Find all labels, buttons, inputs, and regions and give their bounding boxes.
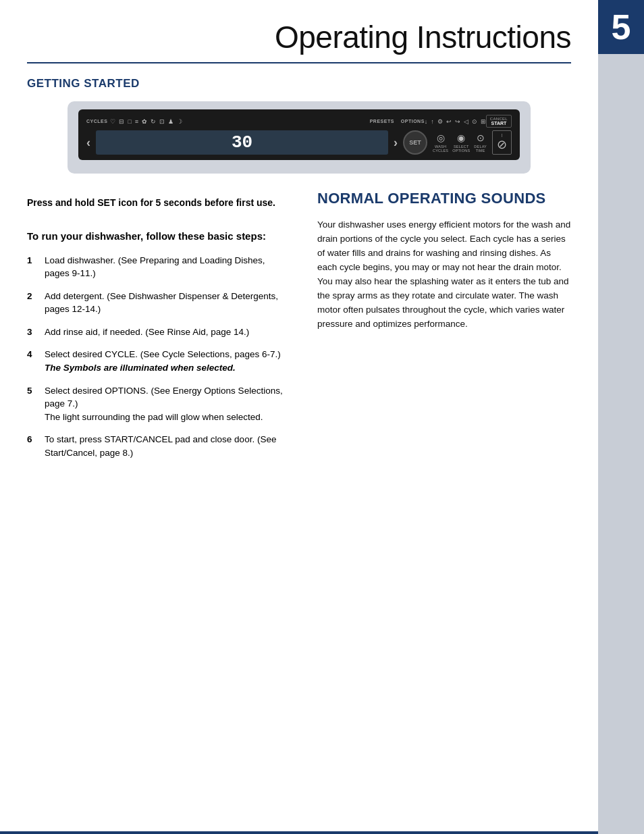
step-text-2: Add detergent. (See Dishwasher Dispenser…: [45, 290, 290, 316]
cycle-icon-4: ≡: [135, 118, 138, 125]
control-panel-top-row: CYCLES ♡ ⊟ □ ≡ ✿ ↻ ⊡ ♟ ☽ PRESETS OPTIONS: [86, 115, 512, 128]
presets-options: PRESETS OPTIONS: [370, 119, 425, 124]
cycle-icon-1: ♡: [110, 118, 115, 125]
presets-label: PRESETS: [370, 119, 394, 124]
opt-icon-7: ⊙: [472, 118, 477, 125]
step-item-2: 2 Add detergent. (See Dishwasher Dispens…: [27, 290, 290, 316]
cycle-icon-9: ☽: [177, 118, 182, 125]
step-text-6: To start, press START/CANCEL pad and clo…: [45, 433, 290, 459]
title-area: Operating Instructions: [27, 0, 571, 63]
step-num-2: 2: [27, 290, 36, 316]
wash-cycles-label: WASHCYCLES: [433, 145, 448, 153]
follow-steps-heading: To run your dishwasher, follow these bas…: [27, 229, 290, 243]
normal-sounds-text: Your dishwasher uses energy efficient mo…: [317, 218, 571, 331]
section-heading: GETTING STARTED: [27, 77, 571, 90]
right-arrow-icon: ›: [394, 136, 398, 150]
display-number: 30: [232, 132, 252, 153]
opt-icon-6: ◁: [464, 118, 468, 125]
step-item-4: 4 Select desired CYCLE. (See Cycle Selec…: [27, 348, 290, 374]
right-column: NORMAL OPERATING SOUNDS Your dishwasher …: [317, 190, 571, 469]
opt-icon-4: ↩: [446, 118, 452, 125]
step-item-5: 5 Select desired OPTIONS. (See Energy Op…: [27, 384, 290, 424]
step-item-1: 1 Load dishwasher. (See Preparing and Lo…: [27, 254, 290, 280]
step-num-3: 3: [27, 325, 36, 339]
set-button-label: SET: [409, 139, 421, 146]
cancel-start-icon: ⊘: [497, 137, 507, 152]
step-text-5: Select desired OPTIONS. (See Energy Opti…: [45, 384, 290, 424]
control-panel-inner: CYCLES ♡ ⊟ □ ≡ ✿ ↻ ⊡ ♟ ☽ PRESETS OPTIONS: [78, 109, 520, 160]
select-options-label: SELECTOPTIONS: [452, 145, 470, 153]
select-options-button[interactable]: ◉ SELECTOPTIONS: [452, 132, 470, 153]
opt-icon-5: ↪: [455, 118, 460, 125]
display-screen: 30: [96, 130, 388, 155]
two-col-layout: Press and hold SET icon for 5 seconds be…: [27, 190, 571, 469]
delay-time-icon: ⊙: [477, 132, 485, 143]
steps-list: 1 Load dishwasher. (See Preparing and Lo…: [27, 254, 290, 460]
step-text-3: Add rinse aid, if needed. (See Rinse Aid…: [45, 325, 290, 339]
page-number-box: 5: [598, 0, 644, 54]
step-item-3: 3 Add rinse aid, if needed. (See Rinse A…: [27, 325, 290, 339]
page-title: Operating Instructions: [27, 19, 571, 55]
option-icons: ↓ ↑ ⚙ ↩ ↪ ◁ ⊙ ⊞: [425, 118, 486, 125]
control-panel-container: CYCLES ♡ ⊟ □ ≡ ✿ ↻ ⊡ ♟ ☽ PRESETS OPTIONS: [68, 101, 531, 174]
opt-icon-3: ⚙: [437, 118, 443, 125]
left-arrow-icon: ‹: [86, 136, 90, 150]
set-button[interactable]: SET: [403, 130, 427, 155]
main-content: Operating Instructions GETTING STARTED C…: [0, 0, 598, 496]
select-options-icon: ◉: [457, 132, 465, 143]
options-label: OPTIONS: [401, 119, 425, 124]
wash-cycles-button[interactable]: ◎ WASHCYCLES: [433, 132, 448, 153]
bottom-line: [0, 831, 598, 834]
opt-icon-1: ↓: [425, 118, 428, 125]
step-num-4: 4: [27, 348, 36, 374]
opt-icon-2: ↑: [431, 118, 434, 125]
wash-cycles-icon: ◎: [437, 132, 445, 143]
page-number: 5: [612, 7, 631, 47]
delay-time-label: DELAYTIME: [474, 145, 487, 153]
normal-sounds-heading: NORMAL OPERATING SOUNDS: [317, 190, 571, 207]
cycle-icon-3: □: [128, 118, 131, 125]
opt-icon-8: ⊞: [481, 118, 486, 125]
cancel-start-label: CANCEL START: [486, 115, 512, 128]
button-group: ◎ WASHCYCLES ◉ SELECTOPTIONS ⊙ DELAYTIME: [433, 132, 487, 153]
cancel-start-button[interactable]: | ⊘: [492, 130, 512, 155]
step-num-5: 5: [27, 384, 36, 424]
step-italic-4: The Symbols are illuminated when selecte…: [45, 363, 236, 373]
step-item-6: 6 To start, press START/CANCEL pad and c…: [27, 433, 290, 459]
sidebar-tab: 5: [598, 0, 644, 834]
cycle-icon-8: ♟: [168, 118, 173, 125]
cycle-icons: ♡ ⊟ □ ≡ ✿ ↻ ⊡ ♟ ☽: [110, 118, 369, 125]
cycle-icon-2: ⊟: [119, 118, 124, 125]
cycle-icon-5: ✿: [142, 118, 147, 125]
press-hold-text: Press and hold SET icon for 5 seconds be…: [27, 197, 290, 210]
step-text-4: Select desired CYCLE. (See Cycle Selecti…: [45, 348, 290, 374]
step-num-6: 6: [27, 433, 36, 459]
delay-time-button[interactable]: ⊙ DELAYTIME: [474, 132, 487, 153]
cycles-label: CYCLES: [86, 119, 107, 124]
cycle-icon-7: ⊡: [159, 118, 165, 125]
left-column: Press and hold SET icon for 5 seconds be…: [27, 190, 290, 469]
step-num-1: 1: [27, 254, 36, 280]
control-panel-bottom-row: ‹ 30 › SET ◎ WASHCYCLES ◉ SELECTOPTIONS: [86, 130, 512, 155]
start-label-text: START: [491, 121, 507, 126]
step-text-1: Load dishwasher. (See Preparing and Load…: [45, 254, 290, 280]
cycle-icon-6: ↻: [151, 118, 156, 125]
